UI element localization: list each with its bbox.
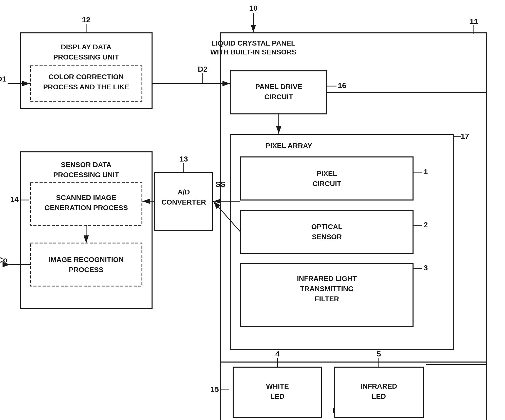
si-label1: SCANNED IMAGE — [56, 194, 116, 202]
il-label2: LED — [372, 392, 386, 400]
lcp-label: LIQUID CRYSTAL PANEL — [211, 39, 295, 47]
pc-label1: PIXEL — [317, 170, 337, 177]
ref-10: 10 — [249, 4, 257, 12]
ss-label: SS — [215, 180, 226, 188]
ddpu-label1: DISPLAY DATA — [61, 43, 111, 51]
ref-14: 14 — [10, 195, 19, 203]
d2-label: D2 — [198, 65, 208, 73]
panel-drive-box — [231, 71, 327, 114]
pa-label: PIXEL ARRAY — [266, 142, 312, 150]
wl-label1: WHITE — [266, 382, 289, 390]
pd-label2: CIRCUIT — [264, 93, 293, 101]
co-label: Co — [0, 256, 8, 264]
image-recognition-box — [30, 243, 142, 286]
si-label2: GENERATION PROCESS — [44, 204, 128, 212]
ref-5: 5 — [377, 350, 381, 358]
ref-13: 13 — [179, 155, 188, 163]
ref-11: 11 — [470, 17, 478, 26]
ref-17: 17 — [461, 132, 469, 140]
cc-label1: COLOR CORRECTION — [48, 73, 124, 81]
adc-label1: A/D — [178, 188, 190, 196]
ref-15: 15 — [210, 385, 219, 393]
diagram: LIQUID CRYSTAL PANEL WITH BUILT-IN SENSO… — [0, 0, 505, 420]
ir-label1: IMAGE RECOGNITION — [48, 256, 124, 264]
ref-16: 16 — [338, 81, 346, 90]
ref-12: 12 — [82, 15, 90, 24]
sdpu-label2: PROCESSING UNIT — [53, 171, 119, 179]
ir-label2: PROCESS — [69, 266, 104, 274]
lcp-label2: WITH BUILT-IN SENSORS — [210, 48, 296, 56]
os-label1: OPTICAL — [311, 223, 343, 231]
if-label2: TRANSMITTING — [300, 285, 354, 293]
ref-1: 1 — [424, 167, 428, 176]
pixel-circuit-box — [241, 157, 413, 200]
pd-label1: PANEL DRIVE — [255, 83, 302, 91]
ddpu-label2: PROCESSING UNIT — [53, 53, 119, 61]
sdpu-label1: SENSOR DATA — [61, 161, 111, 169]
ref-4: 4 — [275, 350, 280, 358]
d1-label: D1 — [0, 75, 6, 83]
optical-sensor-box — [241, 210, 413, 253]
os-label2: SENSOR — [312, 233, 342, 241]
adc-label2: CONVERTER — [161, 198, 206, 206]
if-label3: FILTER — [315, 295, 339, 303]
il-label1: INFRARED — [361, 382, 397, 390]
wl-label2: LED — [270, 392, 285, 400]
if-label1: INFRARED LIGHT — [297, 275, 357, 283]
ref-2: 2 — [424, 221, 428, 229]
pc-label2: CIRCUIT — [312, 180, 341, 188]
ref-3: 3 — [424, 264, 428, 272]
cc-label2: PROCESS AND THE LIKE — [43, 83, 129, 91]
